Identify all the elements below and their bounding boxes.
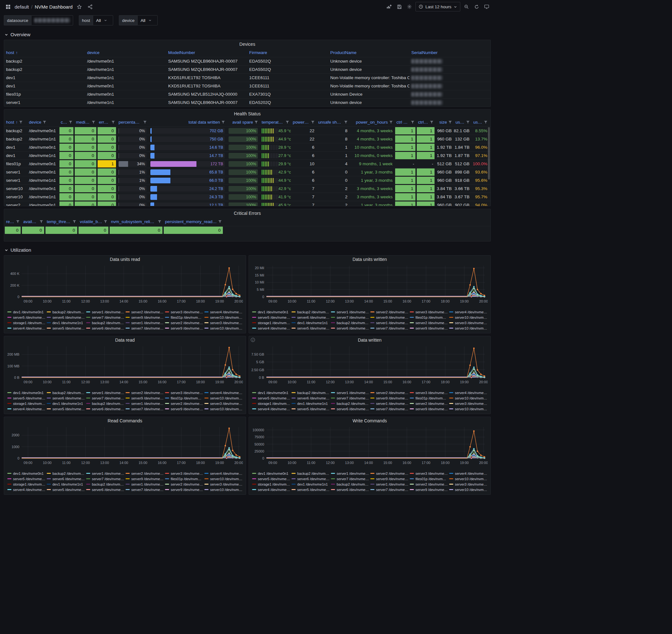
- health-col-ctrl-enable[interactable]: ctrl enable: [394, 120, 416, 125]
- refresh-icon[interactable]: [472, 3, 481, 11]
- legend-item[interactable]: server3 /dev/nvme1n1: [205, 320, 243, 325]
- devices-col-device[interactable]: device: [85, 50, 166, 55]
- share-icon[interactable]: [86, 3, 94, 11]
- legend-item[interactable]: server7 /dev/nvme1n1: [370, 326, 408, 331]
- legend-item[interactable]: server1 /dev/nvme0n1: [86, 471, 124, 476]
- timeseries-plot[interactable]: 01000200009:0010:0011:0012:0013:0014:001…: [5, 424, 243, 469]
- legend-item[interactable]: server10 /dev/nvme1n1: [449, 407, 487, 411]
- legend-item[interactable]: server9 /dev/nvme0n1: [125, 315, 164, 320]
- legend-item[interactable]: server6 /dev/nvme0n1: [47, 477, 85, 481]
- legend-item[interactable]: server2 /dev/nvme1n1: [410, 482, 448, 487]
- legend-item[interactable]: server9 /dev/nvme0n1: [125, 396, 164, 400]
- breadcrumb-folder[interactable]: default: [15, 4, 29, 9]
- legend-item[interactable]: server6 /dev/nvme0n1: [291, 477, 330, 481]
- filter-icon[interactable]: [16, 220, 19, 223]
- legend-item[interactable]: server6 /dev/nvme0n1: [291, 315, 330, 320]
- timeseries-plot[interactable]: 0 B100 MB200 MB09:0010:0011:0012:0013:00…: [5, 344, 243, 388]
- legend-item[interactable]: server9 /dev/nvme1n1: [165, 326, 203, 331]
- legend-item[interactable]: server10 /dev/nvme0n1: [449, 315, 487, 320]
- legend-item[interactable]: server2 /dev/nvme0n1: [125, 310, 164, 314]
- legend-item[interactable]: server5 /dev/nvme0n1: [252, 315, 290, 320]
- legend-item[interactable]: server4 /dev/nvme0n1: [449, 310, 487, 314]
- breadcrumb-dashboard-title[interactable]: NVMe Dashboard: [35, 4, 72, 9]
- legend-item[interactable]: server4 /dev/nvme0n1: [449, 390, 487, 395]
- legend-item[interactable]: server6 /dev/nvme1n1: [331, 407, 369, 411]
- timeseries-plot[interactable]: 05 Mil10 Mil15 Mil20 Mil09:0010:0011:001…: [250, 263, 488, 308]
- health-col-avail-spare[interactable]: avail spare: [227, 120, 260, 125]
- legend-item[interactable]: server1 /dev/nvme1n1: [370, 401, 408, 406]
- legend-item[interactable]: server3 /dev/nvme0n1: [410, 471, 448, 476]
- legend-item[interactable]: server1 /dev/nvme0n1: [86, 390, 124, 395]
- legend-item[interactable]: backup2 /dev/nvme0n1: [291, 310, 330, 314]
- legend-item[interactable]: server4 /dev/nvme1n1: [252, 407, 290, 411]
- legend-item[interactable]: server5 /dev/nvme0n1: [7, 396, 45, 400]
- legend-item[interactable]: server2 /dev/nvme1n1: [410, 320, 448, 325]
- health-col-used[interactable]: used: [454, 120, 472, 125]
- legend-item[interactable]: server3 /dev/nvme1n1: [449, 482, 487, 487]
- legend-item[interactable]: server2 /dev/nvme1n1: [165, 482, 203, 487]
- legend-item[interactable]: server4 /dev/nvme1n1: [252, 487, 290, 492]
- legend-item[interactable]: server9 /dev/nvme0n1: [370, 396, 408, 400]
- critical-col-volatile-backup[interactable]: volatile_backup: [78, 219, 109, 224]
- health-col-media-erro[interactable]: media erro: [74, 120, 97, 125]
- timeseries-plot[interactable]: 0 B2.50 GB5 GB7.50 GB09:0010:0011:0012:0…: [250, 344, 488, 388]
- legend-item[interactable]: server4 /dev/nvme1n1: [252, 326, 290, 331]
- legend-item[interactable]: server6 /dev/nvme0n1: [47, 315, 85, 320]
- legend-item[interactable]: backup2 /dev/nvme0n1: [47, 471, 85, 476]
- legend-item[interactable]: dev1 /dev/nvme1n1: [47, 482, 85, 487]
- legend-item[interactable]: dev1 /dev/nvme1n1: [47, 401, 85, 406]
- legend-item[interactable]: dev1 /dev/nvme0n1: [7, 471, 45, 476]
- legend-item[interactable]: dev1 /dev/nvme0n1: [252, 471, 290, 476]
- add-panel-icon[interactable]: [385, 3, 393, 11]
- panel-title[interactable]: Data written: [249, 336, 490, 344]
- legend-item[interactable]: server7 /dev/nvme0n1: [331, 315, 369, 320]
- filter-icon[interactable]: [255, 121, 258, 124]
- legend-item[interactable]: dev1 /dev/nvme1n1: [291, 320, 330, 325]
- legend-item[interactable]: server3 /dev/nvme0n1: [410, 390, 448, 395]
- legend-item[interactable]: server4 /dev/nvme0n1: [449, 471, 487, 476]
- legend-item[interactable]: backup2 /dev/nvme1n1: [331, 482, 369, 487]
- panel-title[interactable]: Health Status: [4, 109, 490, 118]
- legend-item[interactable]: server2 /dev/nvme0n1: [370, 471, 408, 476]
- legend-item[interactable]: server7 /dev/nvme1n1: [125, 407, 164, 411]
- filter-icon[interactable]: [389, 121, 392, 124]
- legend-item[interactable]: storage1 /dev/nvme0n1: [252, 482, 290, 487]
- legend-item[interactable]: files01p /dev/nvme0n1: [165, 477, 203, 481]
- legend-item[interactable]: server10 /dev/nvme1n1: [205, 487, 243, 492]
- panel-info-icon[interactable]: i: [251, 338, 255, 342]
- filter-icon[interactable]: [104, 220, 107, 223]
- legend-item[interactable]: server1 /dev/nvme0n1: [86, 310, 124, 314]
- legend-item[interactable]: server1 /dev/nvme0n1: [331, 390, 369, 395]
- dashboard-settings-gear-icon[interactable]: [405, 3, 413, 11]
- devices-col-productname[interactable]: ProductName: [328, 50, 409, 55]
- legend-item[interactable]: server5 /dev/nvme0n1: [252, 477, 290, 481]
- vertical-scrollbar[interactable]: [488, 126, 490, 206]
- filter-icon[interactable]: [73, 220, 76, 223]
- filter-icon[interactable]: [344, 121, 347, 124]
- legend-item[interactable]: files01p /dev/nvme0n1: [410, 477, 448, 481]
- filter-icon[interactable]: [484, 121, 487, 124]
- legend-item[interactable]: files01p /dev/nvme0n1: [165, 396, 203, 400]
- legend-item[interactable]: files01p /dev/nvme0n1: [410, 315, 448, 320]
- legend-item[interactable]: server1 /dev/nvme1n1: [370, 482, 408, 487]
- legend-item[interactable]: server5 /dev/nvme1n1: [291, 407, 330, 411]
- legend-item[interactable]: server10 /dev/nvme1n1: [449, 326, 487, 331]
- variable-device-value[interactable]: All: [137, 15, 158, 25]
- favorite-star-icon[interactable]: [75, 3, 83, 11]
- health-col-power-cycles[interactable]: power_cycles: [291, 120, 316, 125]
- legend-item[interactable]: server7 /dev/nvme0n1: [86, 315, 124, 320]
- legend-item[interactable]: server2 /dev/nvme1n1: [410, 401, 448, 406]
- save-dashboard-icon[interactable]: [395, 3, 403, 11]
- legend-item[interactable]: server6 /dev/nvme0n1: [291, 396, 330, 400]
- legend-item[interactable]: server5 /dev/nvme1n1: [47, 487, 85, 492]
- devices-col-modelnumber[interactable]: ModelNumber: [166, 50, 247, 55]
- health-col-ctrl-reac[interactable]: ctrl reac: [416, 120, 435, 125]
- panel-title[interactable]: Data read: [4, 336, 246, 344]
- legend-item[interactable]: server3 /dev/nvme1n1: [205, 482, 243, 487]
- legend-item[interactable]: server6 /dev/nvme1n1: [86, 407, 124, 411]
- legend-item[interactable]: server10 /dev/nvme1n1: [449, 487, 487, 492]
- legend-item[interactable]: server2 /dev/nvme1n1: [165, 320, 203, 325]
- legend-item[interactable]: storage1 /dev/nvme0n1: [7, 401, 45, 406]
- legend-item[interactable]: server7 /dev/nvme1n1: [370, 407, 408, 411]
- legend-item[interactable]: server5 /dev/nvme1n1: [47, 326, 85, 331]
